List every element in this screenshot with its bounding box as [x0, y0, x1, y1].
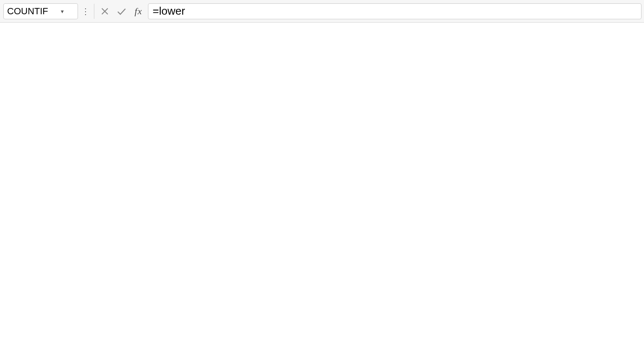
x-icon — [101, 7, 109, 16]
check-icon — [117, 7, 127, 16]
insert-function-button[interactable]: fx — [131, 4, 145, 18]
name-box-input[interactable] — [7, 6, 57, 17]
formula-input-container[interactable] — [148, 3, 641, 19]
confirm-formula-button[interactable] — [114, 4, 129, 18]
cancel-formula-button[interactable] — [98, 4, 112, 18]
formula-input[interactable] — [153, 5, 637, 18]
formula-bar: ▾ ⋮ fx — [0, 0, 644, 23]
vertical-dots-icon[interactable]: ⋮ — [80, 6, 91, 16]
fx-icon: fx — [135, 6, 142, 17]
name-box[interactable]: ▾ — [3, 3, 78, 19]
chevron-down-icon[interactable]: ▾ — [61, 8, 64, 15]
divider — [94, 4, 94, 19]
